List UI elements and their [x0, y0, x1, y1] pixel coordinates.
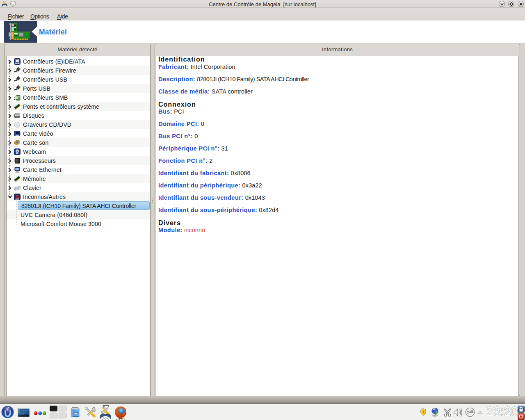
svg-text:23:20: 23:20: [486, 404, 518, 417]
